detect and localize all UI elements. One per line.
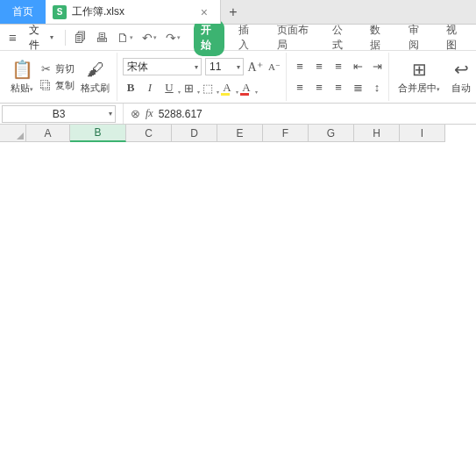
highlight-button[interactable]: A▾ [219, 80, 235, 96]
column-header[interactable]: G [309, 125, 354, 142]
justify-icon[interactable]: ≣ [350, 80, 366, 96]
bold-button[interactable]: B [123, 80, 139, 96]
menu-tab[interactable]: 数据 [363, 19, 394, 56]
separator [65, 30, 66, 46]
menu-tab[interactable]: 开始 [194, 19, 225, 56]
align-center-icon[interactable]: ≡ [311, 80, 327, 96]
file-tab[interactable]: S 工作簿.xlsx × [46, 0, 221, 24]
fx-icon[interactable]: fx [146, 107, 153, 120]
chevron-down-icon: ▾ [50, 33, 53, 41]
spreadsheet-doc-icon: S [53, 5, 67, 19]
indent-increase-icon[interactable]: ⇥ [369, 59, 385, 75]
align-bottom-icon[interactable]: ≡ [330, 59, 346, 75]
print-preview-icon[interactable]: 🗋▾ [114, 31, 136, 45]
font-color-button[interactable]: A▾ [238, 80, 254, 96]
select-all-corner[interactable] [0, 125, 26, 142]
menu-tab[interactable]: 页面布局 [270, 19, 318, 56]
column-header[interactable]: E [217, 125, 263, 142]
column-header[interactable]: I [400, 125, 445, 142]
wrap-text-button[interactable]: ↩ 自动 [446, 57, 476, 97]
menu-tab[interactable]: 公式 [325, 19, 357, 56]
column-header[interactable]: D [172, 125, 217, 142]
chevron-down-icon: ▾ [237, 63, 240, 71]
chevron-down-icon: ▾ [195, 63, 198, 71]
menu-tab[interactable]: 插入 [231, 19, 263, 56]
undo-icon[interactable]: ↶▾ [139, 31, 160, 45]
cancel-formula-icon[interactable]: ⊗ [131, 107, 140, 120]
redo-icon[interactable]: ↷▾ [163, 31, 183, 45]
fill-color-button[interactable]: ⬚▾ [200, 80, 216, 96]
print-icon[interactable]: 🖶 [93, 31, 110, 45]
italic-button[interactable]: I [142, 80, 158, 96]
brush-icon: 🖌 [87, 60, 104, 80]
column-header[interactable]: A [26, 125, 70, 142]
close-tab-button[interactable]: × [197, 5, 211, 19]
align-left-icon[interactable]: ≡ [292, 80, 308, 96]
formula-bar-input[interactable]: 5288.617 [159, 108, 469, 120]
align-middle-icon[interactable]: ≡ [311, 59, 327, 75]
indent-decrease-icon[interactable]: ⇤ [350, 59, 366, 75]
cut-button[interactable]: ✂剪切 [39, 62, 75, 75]
increase-font-icon[interactable]: A⁺ [247, 59, 263, 75]
font-size-select[interactable]: 11▾ [205, 58, 244, 75]
border-button[interactable]: ⊞▾ [181, 80, 196, 96]
column-header[interactable]: B [70, 125, 126, 142]
format-painter-button[interactable]: 🖌 格式刷 [77, 58, 113, 97]
menu-tab[interactable]: 审阅 [401, 19, 433, 56]
underline-button[interactable]: U▾ [161, 80, 177, 96]
column-header[interactable]: F [263, 125, 309, 142]
merge-cells-icon: ⊞ [412, 59, 427, 80]
font-name-select[interactable]: 宋体▾ [123, 58, 202, 75]
orientation-icon[interactable]: ↕ [369, 80, 385, 96]
save-icon[interactable]: 🗐 [72, 31, 89, 45]
column-header[interactable]: H [354, 125, 400, 142]
home-tab[interactable]: 首页 [0, 0, 46, 24]
chevron-down-icon: ▾ [109, 110, 112, 118]
name-box[interactable]: B3 ▾ [2, 105, 116, 123]
clipboard-icon: 📋 [11, 59, 33, 80]
align-top-icon[interactable]: ≡ [292, 59, 308, 75]
paste-button[interactable]: 📋 粘贴▾ [7, 57, 37, 97]
menu-tab[interactable]: 视图 [439, 19, 471, 56]
copy-icon: ⿻ [39, 79, 53, 92]
merge-center-button[interactable]: ⊞ 合并居中▾ [394, 57, 444, 97]
align-right-icon[interactable]: ≡ [330, 80, 346, 96]
app-menu-icon[interactable]: ≡ [5, 30, 20, 45]
file-tab-label: 工作簿.xlsx [72, 4, 124, 19]
wrap-text-icon: ↩ [454, 59, 469, 80]
decrease-font-icon[interactable]: A⁻ [266, 59, 282, 75]
column-header[interactable]: C [126, 125, 172, 142]
file-menu[interactable]: 文件▾ [24, 23, 59, 53]
scissors-icon: ✂ [39, 62, 53, 75]
copy-button[interactable]: ⿻复制 [39, 79, 75, 92]
